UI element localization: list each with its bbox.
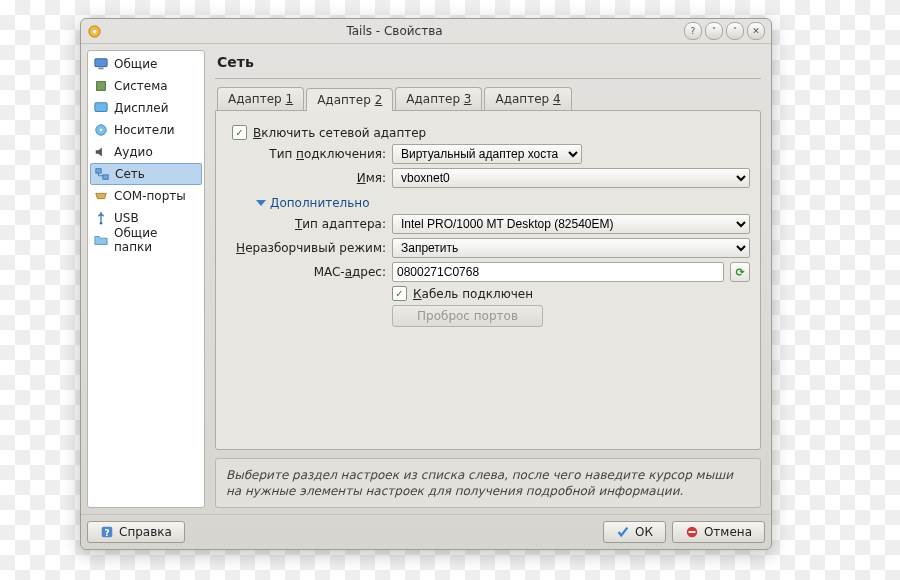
sidebar-item-general[interactable]: Общие [90, 53, 202, 75]
divider [215, 78, 761, 79]
svg-point-7 [100, 129, 103, 132]
chip-icon [94, 79, 108, 93]
window-title: Tails - Свойства [108, 24, 681, 38]
svg-rect-8 [96, 169, 101, 173]
gear-icon [87, 24, 102, 39]
svg-point-1 [93, 29, 97, 33]
svg-rect-3 [98, 68, 103, 70]
sidebar-item-network[interactable]: Сеть [90, 163, 202, 185]
sidebar-item-serial[interactable]: COM-порты [90, 185, 202, 207]
cable-label: Кабель подключен [413, 287, 533, 301]
tab-panel: Включить сетевой адаптер Тип подключения… [215, 110, 761, 450]
sidebar-item-label: Общие [114, 57, 157, 71]
sidebar-item-label: Аудио [114, 145, 153, 159]
tab-adapter-4[interactable]: Адаптер 4 [484, 87, 571, 110]
check-icon [616, 525, 630, 539]
sidebar-item-system[interactable]: Система [90, 75, 202, 97]
sidebar-item-label: Система [114, 79, 168, 93]
minimize-button[interactable]: ˅ [705, 22, 723, 40]
svg-rect-5 [95, 103, 107, 112]
name-label: Имя: [226, 171, 386, 185]
display-icon [94, 101, 108, 115]
promiscuous-label: Неразборчивый режим: [226, 241, 386, 255]
mac-input[interactable] [392, 262, 724, 282]
name-select[interactable]: vboxnet0 [392, 168, 750, 188]
svg-rect-2 [95, 59, 107, 67]
enable-adapter-checkbox[interactable] [232, 125, 247, 140]
svg-point-10 [100, 222, 103, 225]
cancel-icon [685, 525, 699, 539]
disc-icon [94, 123, 108, 137]
svg-text:?: ? [104, 528, 109, 538]
svg-rect-14 [688, 531, 695, 533]
sidebar-item-label: COM-порты [114, 189, 186, 203]
page-title: Сеть [211, 50, 765, 78]
help-button[interactable]: ? Справка [87, 521, 185, 543]
adapter-type-select[interactable]: Intel PRO/1000 MT Desktop (82540EM) [392, 214, 750, 234]
sidebar-item-label: Дисплей [114, 101, 168, 115]
adapter-type-label: Тип адаптера: [226, 217, 386, 231]
tabbar: Адаптер 1 Адаптер 2 Адаптер 3 Адаптер 4 [211, 87, 765, 110]
sidebar: Общие Система Дисплей Носители Аудио Сет… [87, 50, 205, 508]
network-icon [95, 167, 109, 181]
hint-box: Выберите раздел настроек из списка слева… [215, 458, 761, 508]
maximize-button[interactable]: ˄ [726, 22, 744, 40]
svg-rect-9 [103, 175, 108, 179]
svg-rect-4 [97, 82, 106, 91]
serial-icon [94, 189, 108, 203]
mac-refresh-button[interactable]: ⟳ [730, 262, 750, 282]
chevron-down-icon [256, 200, 266, 206]
tab-adapter-1[interactable]: Адаптер 1 [217, 87, 304, 110]
mac-label: MAC-адрес: [226, 265, 386, 279]
speaker-icon [94, 145, 108, 159]
tab-adapter-2[interactable]: Адаптер 2 [306, 88, 393, 111]
titlebar: Tails - Свойства ? ˅ ˄ ✕ [81, 19, 771, 44]
folder-icon [94, 233, 108, 247]
sidebar-item-storage[interactable]: Носители [90, 119, 202, 141]
attached-to-select[interactable]: Виртуальный адаптер хоста [392, 144, 582, 164]
refresh-icon: ⟳ [735, 266, 744, 279]
sidebar-item-label: Носители [114, 123, 175, 137]
advanced-expander[interactable]: Дополнительно [256, 196, 750, 210]
usb-icon [94, 211, 108, 225]
tab-adapter-3[interactable]: Адаптер 3 [395, 87, 482, 110]
sidebar-item-shared[interactable]: Общие папки [90, 229, 202, 251]
help-icon: ? [100, 525, 114, 539]
attached-to-label: Тип подключения: [226, 147, 386, 161]
cable-checkbox[interactable] [392, 286, 407, 301]
port-forward-button: Проброс портов [392, 305, 543, 327]
help-titlebar-button[interactable]: ? [684, 22, 702, 40]
ok-button[interactable]: ОК [603, 521, 666, 543]
sidebar-item-label: USB [114, 211, 139, 225]
cancel-button[interactable]: Отмена [672, 521, 765, 543]
monitor-icon [94, 57, 108, 71]
footer: ? Справка ОК Отмена [81, 514, 771, 549]
enable-adapter-label: Включить сетевой адаптер [253, 126, 426, 140]
sidebar-item-audio[interactable]: Аудио [90, 141, 202, 163]
promiscuous-select[interactable]: Запретить [392, 238, 750, 258]
settings-window: Tails - Свойства ? ˅ ˄ ✕ Общие Система Д… [80, 18, 772, 550]
sidebar-item-label: Общие папки [114, 226, 198, 254]
sidebar-item-label: Сеть [115, 167, 145, 181]
main-panel: Сеть Адаптер 1 Адаптер 2 Адаптер 3 Адапт… [211, 50, 765, 508]
close-button[interactable]: ✕ [747, 22, 765, 40]
sidebar-item-display[interactable]: Дисплей [90, 97, 202, 119]
